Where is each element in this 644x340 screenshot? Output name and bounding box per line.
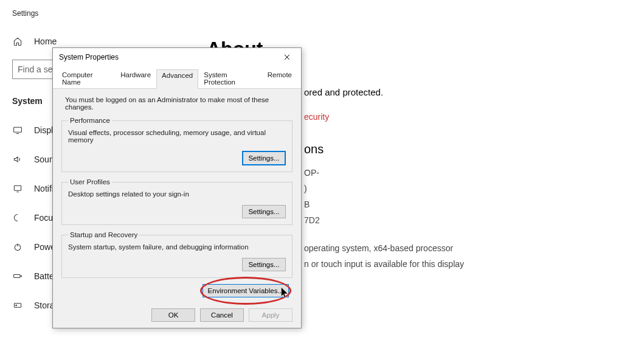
tab-advanced[interactable]: Advanced	[156, 69, 198, 89]
dialog-tabstrip: Computer Name Hardware Advanced System P…	[53, 66, 301, 89]
focus-icon	[12, 212, 23, 223]
sound-icon	[12, 154, 23, 165]
startup-settings-button[interactable]: Settings...	[242, 258, 286, 271]
environment-variables-button[interactable]: Environment Variables...	[203, 284, 289, 297]
group-legend: User Profiles	[68, 178, 112, 186]
admin-note: You must be logged on as an Administrato…	[65, 96, 293, 111]
tab-computer-name[interactable]: Computer Name	[57, 69, 115, 88]
svg-point-5	[16, 305, 17, 306]
close-button[interactable]	[278, 50, 296, 64]
spec-row: )	[304, 181, 626, 196]
svg-rect-4	[14, 304, 21, 307]
apply-button[interactable]: Apply	[249, 308, 293, 322]
dialog-bottom-buttons: OK Cancel Apply	[53, 307, 301, 328]
spec-row: OP-	[304, 165, 626, 181]
home-icon	[12, 36, 23, 47]
sidebar-item-label: Home	[34, 36, 57, 46]
group-legend: Performance	[68, 117, 112, 124]
cancel-button[interactable]: Cancel	[200, 308, 244, 322]
group-desc: Desktop settings related to your sign-in	[68, 190, 286, 198]
power-icon	[12, 241, 23, 252]
specs-heading: ons	[304, 142, 626, 156]
spec-row: operating system, x64-based processor	[304, 240, 626, 256]
ok-button[interactable]: OK	[151, 308, 195, 322]
spec-row: n or touch input is available for this d…	[304, 256, 626, 272]
svg-rect-0	[14, 127, 22, 132]
security-link[interactable]: ecurity	[304, 112, 626, 122]
settings-title: Settings	[0, 0, 644, 27]
battery-icon	[12, 271, 23, 282]
svg-rect-3	[14, 275, 20, 278]
display-icon	[12, 125, 23, 136]
spec-row: B	[304, 196, 626, 212]
spec-row: 7D2	[304, 212, 626, 228]
group-startup-recovery: Startup and Recovery System startup, sys…	[61, 231, 293, 278]
performance-settings-button[interactable]: Settings...	[242, 151, 286, 165]
notifications-icon	[12, 183, 23, 194]
group-legend: Startup and Recovery	[68, 231, 139, 238]
dialog-title: System Properties	[59, 53, 119, 61]
user-profiles-settings-button[interactable]: Settings...	[242, 205, 286, 218]
tab-hardware[interactable]: Hardware	[115, 69, 156, 88]
group-desc: Visual effects, processor scheduling, me…	[68, 129, 286, 144]
storage-icon	[12, 300, 23, 311]
group-desc: System startup, system failure, and debu…	[68, 243, 286, 251]
tab-system-protection[interactable]: System Protection	[198, 69, 262, 88]
tab-remote[interactable]: Remote	[262, 69, 297, 88]
system-properties-dialog: System Properties Computer Name Hardware…	[52, 47, 302, 328]
dialog-body: You must be logged on as an Administrato…	[53, 89, 301, 307]
group-user-profiles: User Profiles Desktop settings related t…	[61, 178, 293, 225]
group-performance: Performance Visual effects, processor sc…	[61, 117, 293, 172]
monitored-line: ored and protected.	[304, 87, 626, 97]
dialog-titlebar[interactable]: System Properties	[53, 48, 301, 66]
svg-rect-1	[14, 186, 21, 190]
sidebar-section-label: System	[12, 96, 43, 106]
